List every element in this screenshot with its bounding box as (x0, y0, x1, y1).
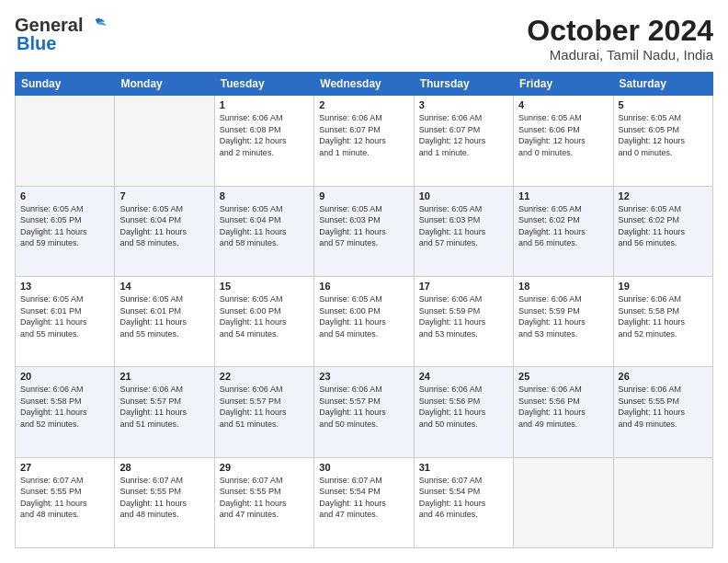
day-info: Sunrise: 6:06 AM Sunset: 5:56 PM Dayligh… (518, 384, 608, 430)
day-info: Sunrise: 6:05 AM Sunset: 6:00 PM Dayligh… (319, 293, 408, 339)
calendar-cell: 6Sunrise: 6:05 AM Sunset: 6:05 PM Daylig… (16, 186, 115, 276)
calendar-cell: 25Sunrise: 6:06 AM Sunset: 5:56 PM Dayli… (514, 367, 613, 457)
calendar-cell: 4Sunrise: 6:05 AM Sunset: 6:06 PM Daylig… (514, 96, 613, 186)
calendar-cell: 14Sunrise: 6:05 AM Sunset: 6:01 PM Dayli… (115, 276, 214, 366)
calendar-cell: 9Sunrise: 6:05 AM Sunset: 6:03 PM Daylig… (314, 186, 414, 276)
calendar-week-row: 20Sunrise: 6:06 AM Sunset: 5:58 PM Dayli… (16, 367, 713, 457)
day-number: 19 (619, 281, 708, 292)
calendar-week-row: 27Sunrise: 6:07 AM Sunset: 5:55 PM Dayli… (16, 457, 713, 547)
day-info: Sunrise: 6:07 AM Sunset: 5:54 PM Dayligh… (419, 475, 508, 521)
day-info: Sunrise: 6:06 AM Sunset: 5:59 PM Dayligh… (518, 293, 608, 339)
weekday-header-row: SundayMondayTuesdayWednesdayThursdayFrid… (16, 73, 713, 96)
day-number: 11 (518, 190, 608, 201)
calendar-cell: 7Sunrise: 6:05 AM Sunset: 6:04 PM Daylig… (115, 186, 214, 276)
calendar-cell: 19Sunrise: 6:06 AM Sunset: 5:58 PM Dayli… (613, 276, 712, 366)
day-info: Sunrise: 6:06 AM Sunset: 5:57 PM Dayligh… (119, 384, 209, 430)
day-number: 12 (619, 190, 708, 201)
day-info: Sunrise: 6:06 AM Sunset: 5:56 PM Dayligh… (419, 384, 508, 430)
day-info: Sunrise: 6:05 AM Sunset: 6:00 PM Dayligh… (220, 293, 309, 339)
calendar-cell: 10Sunrise: 6:05 AM Sunset: 6:03 PM Dayli… (414, 186, 513, 276)
day-info: Sunrise: 6:05 AM Sunset: 6:04 PM Dayligh… (220, 203, 309, 249)
day-number: 13 (20, 281, 109, 292)
day-number: 22 (220, 371, 309, 382)
month-title: October 2024 (527, 15, 713, 47)
calendar-cell (613, 457, 712, 547)
day-info: Sunrise: 6:05 AM Sunset: 6:02 PM Dayligh… (619, 203, 708, 249)
calendar-cell: 21Sunrise: 6:06 AM Sunset: 5:57 PM Dayli… (115, 367, 214, 457)
day-number: 17 (419, 281, 508, 292)
day-info: Sunrise: 6:07 AM Sunset: 5:55 PM Dayligh… (220, 475, 309, 521)
calendar-cell: 1Sunrise: 6:06 AM Sunset: 6:08 PM Daylig… (214, 96, 313, 186)
day-number: 31 (419, 462, 508, 473)
day-info: Sunrise: 6:06 AM Sunset: 6:07 PM Dayligh… (319, 112, 408, 158)
day-number: 27 (20, 462, 109, 473)
calendar-cell: 2Sunrise: 6:06 AM Sunset: 6:07 PM Daylig… (314, 96, 414, 186)
title-area: October 2024 Madurai, Tamil Nadu, India (527, 15, 713, 63)
day-info: Sunrise: 6:05 AM Sunset: 6:03 PM Dayligh… (319, 203, 408, 249)
day-number: 5 (619, 99, 708, 110)
calendar-cell: 27Sunrise: 6:07 AM Sunset: 5:55 PM Dayli… (16, 457, 115, 547)
weekday-header-thursday: Thursday (414, 73, 513, 96)
calendar-week-row: 6Sunrise: 6:05 AM Sunset: 6:05 PM Daylig… (16, 186, 713, 276)
calendar-cell: 23Sunrise: 6:06 AM Sunset: 5:57 PM Dayli… (314, 367, 414, 457)
day-info: Sunrise: 6:06 AM Sunset: 5:58 PM Dayligh… (20, 384, 109, 430)
calendar-cell: 8Sunrise: 6:05 AM Sunset: 6:04 PM Daylig… (214, 186, 313, 276)
day-info: Sunrise: 6:05 AM Sunset: 6:01 PM Dayligh… (119, 293, 209, 339)
day-number: 20 (20, 371, 109, 382)
calendar-cell (16, 96, 115, 186)
day-info: Sunrise: 6:06 AM Sunset: 6:08 PM Dayligh… (220, 112, 309, 158)
calendar-cell: 3Sunrise: 6:06 AM Sunset: 6:07 PM Daylig… (414, 96, 513, 186)
calendar-cell: 5Sunrise: 6:05 AM Sunset: 6:05 PM Daylig… (613, 96, 712, 186)
day-info: Sunrise: 6:06 AM Sunset: 5:58 PM Dayligh… (619, 293, 708, 339)
day-number: 6 (20, 190, 109, 201)
day-number: 10 (419, 190, 508, 201)
calendar-cell: 30Sunrise: 6:07 AM Sunset: 5:54 PM Dayli… (314, 457, 414, 547)
day-info: Sunrise: 6:07 AM Sunset: 5:55 PM Dayligh… (20, 475, 109, 521)
day-number: 18 (518, 281, 608, 292)
day-number: 30 (319, 462, 408, 473)
header: General Blue October 2024 Madurai, Tamil… (15, 15, 713, 63)
calendar-cell (514, 457, 613, 547)
calendar-cell: 15Sunrise: 6:05 AM Sunset: 6:00 PM Dayli… (214, 276, 313, 366)
day-info: Sunrise: 6:05 AM Sunset: 6:02 PM Dayligh… (518, 203, 608, 249)
day-number: 23 (319, 371, 408, 382)
logo: General Blue (15, 15, 107, 52)
day-number: 29 (220, 462, 309, 473)
calendar-cell: 20Sunrise: 6:06 AM Sunset: 5:58 PM Dayli… (16, 367, 115, 457)
day-info: Sunrise: 6:07 AM Sunset: 5:55 PM Dayligh… (119, 475, 209, 521)
day-info: Sunrise: 6:06 AM Sunset: 5:59 PM Dayligh… (419, 293, 508, 339)
calendar-cell: 31Sunrise: 6:07 AM Sunset: 5:54 PM Dayli… (414, 457, 513, 547)
weekday-header-friday: Friday (514, 73, 613, 96)
day-info: Sunrise: 6:07 AM Sunset: 5:54 PM Dayligh… (319, 475, 408, 521)
day-number: 16 (319, 281, 408, 292)
logo-blue-text: Blue (15, 34, 56, 52)
calendar-cell: 16Sunrise: 6:05 AM Sunset: 6:00 PM Dayli… (314, 276, 414, 366)
weekday-header-tuesday: Tuesday (214, 73, 313, 96)
day-number: 2 (319, 99, 408, 110)
logo-bird-icon (86, 17, 107, 34)
day-number: 4 (518, 99, 608, 110)
weekday-header-saturday: Saturday (613, 73, 712, 96)
day-number: 28 (119, 462, 209, 473)
day-number: 8 (220, 190, 309, 201)
day-number: 21 (119, 371, 209, 382)
day-number: 24 (419, 371, 508, 382)
weekday-header-wednesday: Wednesday (314, 73, 414, 96)
calendar-cell (115, 96, 214, 186)
calendar-cell: 28Sunrise: 6:07 AM Sunset: 5:55 PM Dayli… (115, 457, 214, 547)
calendar-cell: 29Sunrise: 6:07 AM Sunset: 5:55 PM Dayli… (214, 457, 313, 547)
day-number: 26 (619, 371, 708, 382)
day-info: Sunrise: 6:06 AM Sunset: 5:57 PM Dayligh… (220, 384, 309, 430)
day-info: Sunrise: 6:05 AM Sunset: 6:05 PM Dayligh… (20, 203, 109, 249)
day-info: Sunrise: 6:05 AM Sunset: 6:06 PM Dayligh… (518, 112, 608, 158)
day-number: 15 (220, 281, 309, 292)
location-title: Madurai, Tamil Nadu, India (527, 47, 713, 63)
calendar-table: SundayMondayTuesdayWednesdayThursdayFrid… (15, 72, 713, 548)
calendar-week-row: 1Sunrise: 6:06 AM Sunset: 6:08 PM Daylig… (16, 96, 713, 186)
calendar-cell: 12Sunrise: 6:05 AM Sunset: 6:02 PM Dayli… (613, 186, 712, 276)
calendar-week-row: 13Sunrise: 6:05 AM Sunset: 6:01 PM Dayli… (16, 276, 713, 366)
calendar-cell: 13Sunrise: 6:05 AM Sunset: 6:01 PM Dayli… (16, 276, 115, 366)
day-info: Sunrise: 6:05 AM Sunset: 6:04 PM Dayligh… (119, 203, 209, 249)
calendar-cell: 26Sunrise: 6:06 AM Sunset: 5:55 PM Dayli… (613, 367, 712, 457)
calendar-cell: 18Sunrise: 6:06 AM Sunset: 5:59 PM Dayli… (514, 276, 613, 366)
